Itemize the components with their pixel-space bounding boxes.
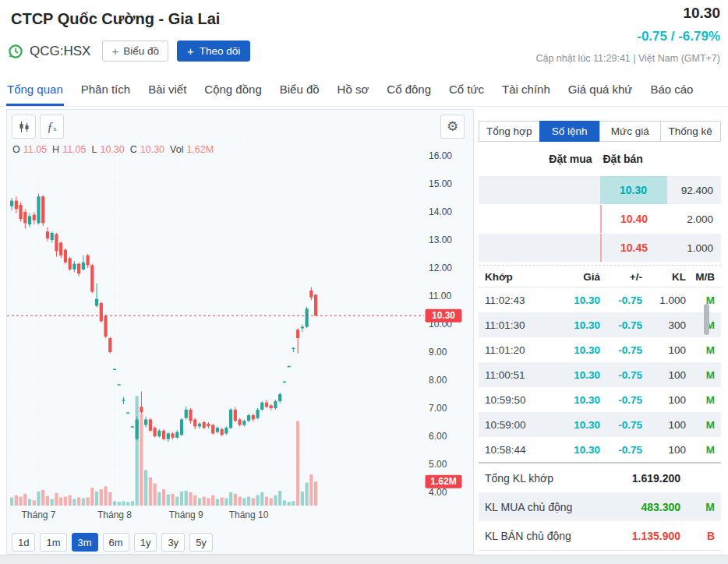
match-row[interactable]: 10:58:4410.30-0.75100M bbox=[479, 437, 721, 462]
panel-tab-2[interactable]: Số lệnh bbox=[539, 121, 601, 142]
panel-tab-4[interactable]: Thống kê bbox=[660, 121, 722, 142]
range-button-3m[interactable]: 3m bbox=[72, 533, 98, 552]
svg-text:15.00: 15.00 bbox=[429, 178, 452, 189]
nav-item-4[interactable]: Cộng đồng bbox=[203, 75, 262, 106]
panel-tab-1[interactable]: Tổng hợp bbox=[479, 121, 540, 142]
range-button-3y[interactable]: 3y bbox=[161, 533, 185, 552]
follow-button[interactable]: + Theo dõi bbox=[177, 41, 250, 62]
nav-item-6[interactable]: Hồ sơ bbox=[337, 75, 370, 106]
svg-text:1.62M: 1.62M bbox=[430, 476, 456, 487]
last-price: 10.30 bbox=[535, 5, 720, 22]
range-button-1m[interactable]: 1m bbox=[40, 533, 66, 552]
nav-item-11[interactable]: Báo cáo bbox=[649, 75, 694, 106]
order-book-row[interactable]: 10.402.000 bbox=[479, 205, 721, 233]
match-row[interactable]: 10:59:0010.30-0.75100M bbox=[479, 412, 721, 437]
match-time: 11:01:30 bbox=[479, 319, 553, 331]
buy-price-cell bbox=[533, 176, 600, 204]
chart-card: Tháng 7Tháng 8Tháng 9Tháng 1016.0015.001… bbox=[6, 109, 474, 555]
match-time: 10:58:44 bbox=[479, 444, 553, 456]
nav-item-7[interactable]: Cổ đông bbox=[386, 75, 432, 106]
sell-price-cell: 10.45 bbox=[600, 234, 667, 262]
summary-label: KL MUA chủ động bbox=[479, 501, 595, 513]
range-button-6m[interactable]: 6m bbox=[103, 533, 129, 552]
nav-item-5[interactable]: Biểu đồ bbox=[279, 75, 320, 106]
order-book-row[interactable]: 10.451.000 bbox=[479, 234, 721, 262]
volume-value: 1,62M bbox=[186, 144, 214, 155]
buy-qty-cell bbox=[479, 205, 533, 233]
svg-text:Tháng 9: Tháng 9 bbox=[169, 509, 203, 520]
order-book-header: Đặt mua Đặt bán bbox=[479, 153, 721, 168]
svg-text:16.00: 16.00 bbox=[429, 150, 452, 161]
match-time: 10:59:50 bbox=[479, 394, 553, 406]
summary-row: KL MUA chủ động483.300M bbox=[479, 492, 721, 521]
summary-value: 483.300 bbox=[595, 501, 680, 513]
indicators-button[interactable]: ƒx bbox=[40, 115, 64, 139]
high-label: H bbox=[52, 144, 59, 155]
match-row[interactable]: 10:59:5010.30-0.75100M bbox=[479, 387, 721, 412]
order-book-row[interactable]: 10.3092.400 bbox=[479, 176, 721, 204]
match-row[interactable]: 11:01:2010.30-0.75100M bbox=[479, 337, 721, 362]
range-button-1d[interactable]: 1d bbox=[12, 533, 35, 552]
scrollbar-thumb[interactable] bbox=[704, 304, 709, 335]
svg-text:6.00: 6.00 bbox=[429, 431, 447, 442]
low-label: L bbox=[91, 144, 97, 155]
sell-price-cell: 10.30 bbox=[600, 176, 667, 204]
range-button-5y[interactable]: 5y bbox=[189, 533, 213, 552]
matches-header-cell: Giá bbox=[553, 271, 600, 283]
chart-settings-button[interactable]: ⚙ bbox=[440, 115, 465, 139]
summary-label: KL BÁN chủ động bbox=[479, 530, 595, 542]
sell-price-cell: 10.40 bbox=[600, 205, 667, 233]
svg-text:Tháng 10: Tháng 10 bbox=[229, 509, 269, 520]
sell-header: Đặt bán bbox=[600, 153, 667, 168]
match-change: -0.75 bbox=[600, 294, 642, 306]
matches-list: 11:02:4310.30-0.751.000M11:01:3010.30-0.… bbox=[479, 287, 721, 462]
matches-header-cell: KL bbox=[642, 271, 686, 283]
matches-header-cell: M/B bbox=[686, 271, 721, 283]
match-volume: 100 bbox=[642, 369, 686, 381]
symbol-row: QCG:HSX + Biểu đồ + Theo dõi bbox=[8, 41, 250, 62]
match-row[interactable]: 11:02:4310.30-0.751.000M bbox=[479, 287, 721, 312]
range-button-1y[interactable]: 1y bbox=[134, 533, 157, 552]
add-chart-label: Biểu đồ bbox=[123, 45, 159, 57]
match-volume: 100 bbox=[642, 344, 686, 356]
nav-item-9[interactable]: Tài chính bbox=[501, 75, 551, 106]
open-value: 11.05 bbox=[23, 144, 47, 155]
nav-item-3[interactable]: Bài viết bbox=[147, 75, 187, 106]
match-price: 10.30 bbox=[553, 319, 600, 331]
nav-item-1[interactable]: Tổng quan bbox=[6, 75, 64, 106]
match-side: M bbox=[686, 344, 721, 356]
summary-value: 1.135.900 bbox=[595, 530, 680, 542]
panel-tab-3[interactable]: Mức giá bbox=[599, 121, 661, 142]
buy-qty-cell bbox=[479, 234, 533, 262]
svg-text:4.00: 4.00 bbox=[429, 487, 447, 498]
match-volume: 100 bbox=[642, 419, 686, 431]
price-change: -0.75 / -6.79% bbox=[535, 29, 720, 44]
chart-type-button[interactable] bbox=[12, 115, 36, 139]
candlestick-chart[interactable]: Tháng 7Tháng 8Tháng 9Tháng 1016.0015.001… bbox=[7, 110, 473, 554]
nav-item-10[interactable]: Giá quá khứ bbox=[567, 75, 634, 106]
matches-header: KhớpGiá+/-KLM/B bbox=[479, 267, 721, 287]
match-change: -0.75 bbox=[600, 319, 642, 331]
ticker-symbol: QCG:HSX bbox=[30, 44, 90, 59]
nav-item-2[interactable]: Phân tích bbox=[80, 75, 131, 106]
add-chart-button[interactable]: + Biểu đồ bbox=[102, 41, 168, 62]
svg-text:13.00: 13.00 bbox=[429, 234, 452, 245]
footer-divider bbox=[0, 555, 728, 564]
summary-label: Tổng KL khớp bbox=[479, 472, 595, 485]
svg-text:7.00: 7.00 bbox=[429, 403, 447, 414]
open-label: O bbox=[12, 144, 20, 155]
quote-block: 10.30 -0.75 / -6.79% Cập nhật lúc 11:29:… bbox=[535, 5, 720, 64]
match-price: 10.30 bbox=[553, 369, 600, 381]
match-change: -0.75 bbox=[600, 394, 642, 406]
match-row[interactable]: 11:00:5110.30-0.75100M bbox=[479, 362, 721, 387]
svg-text:Tháng 8: Tháng 8 bbox=[97, 509, 132, 520]
match-change: -0.75 bbox=[600, 344, 642, 356]
panel-tabs: Tổng hợpSố lệnhMức giáThống kê bbox=[479, 121, 721, 142]
match-time: 11:01:20 bbox=[479, 344, 553, 356]
match-price: 10.30 bbox=[553, 344, 600, 356]
nav-item-8[interactable]: Cổ tức bbox=[448, 75, 485, 106]
match-row[interactable]: 11:01:3010.30-0.75300M bbox=[479, 312, 721, 337]
match-volume: 1.000 bbox=[642, 294, 686, 306]
match-change: -0.75 bbox=[600, 369, 642, 381]
svg-text:10.30: 10.30 bbox=[432, 310, 455, 321]
